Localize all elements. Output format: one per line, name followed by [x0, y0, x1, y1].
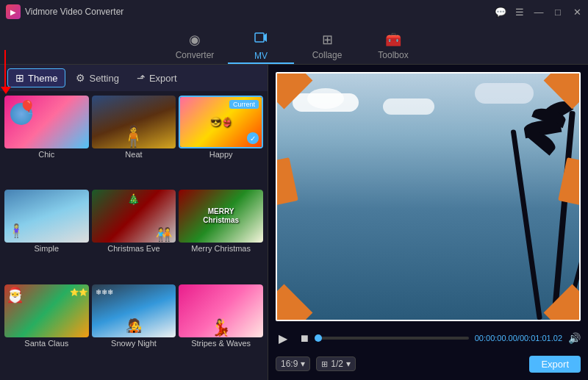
tab-collage[interactable]: ⊞ Collage: [294, 29, 360, 64]
theme-simple-label: Simple: [4, 243, 89, 254]
resolution-value: 1/2: [331, 359, 343, 369]
subtab-setting[interactable]: ⚙ Setting: [68, 69, 126, 87]
title-bar: ▶ Vidmore Video Converter 💬 ☰ — □ ✕: [0, 0, 588, 24]
volume-icon[interactable]: 🔊: [568, 332, 581, 344]
subtab-setting-label: Setting: [89, 73, 118, 84]
theme-chic[interactable]: 🎈 Chic: [4, 96, 89, 187]
maximize-button[interactable]: □: [553, 7, 563, 17]
playback-controls: ▶ ⏹ 00:00:00.00/00:01:01.02 🔊: [276, 327, 581, 349]
svg-rect-0: [255, 33, 264, 42]
resolution-select[interactable]: ⊞ 1/2 ▾: [316, 356, 356, 371]
theme-subtab-icon: ⊞: [15, 72, 24, 84]
mv-icon: [254, 30, 268, 49]
resolution-dropdown-icon: ▾: [346, 359, 351, 369]
tab-converter[interactable]: ◉ Converter: [162, 29, 228, 64]
time-display: 00:00:00.00/00:01:01.02: [475, 334, 562, 343]
tab-converter-label: Converter: [176, 50, 215, 60]
ratio-value: 16:9: [281, 359, 298, 369]
theme-snowy-night-label: Snowy Night: [92, 337, 176, 349]
tab-collage-label: Collage: [312, 50, 343, 60]
theme-grid: 🎈 Chic 🧍 Neat 😎👙: [0, 91, 268, 380]
ratio-select[interactable]: 16:9 ▾: [276, 356, 310, 371]
theme-stripes-waves-label: Stripes & Waves: [179, 337, 263, 349]
toolbox-icon: 🧰: [385, 32, 401, 48]
sub-tabs: ⊞ Theme ⚙ Setting ⬏ Export: [0, 65, 268, 91]
collage-icon: ⊞: [322, 32, 333, 48]
check-badge: ✓: [247, 132, 259, 144]
export-subtab-icon: ⬏: [137, 72, 146, 84]
tab-toolbox-label: Toolbox: [378, 50, 408, 60]
left-panel: ⊞ Theme ⚙ Setting ⬏ Export 🎈: [0, 65, 268, 380]
app-icon: ▶: [6, 4, 21, 19]
merry-text: MERRYChristmas: [203, 207, 239, 225]
subtab-export-label: Export: [149, 73, 177, 84]
stripes-person: 💃: [211, 318, 231, 337]
theme-christmas-eve[interactable]: 🎄 🧑‍🤝‍🧑 Christmas Eve: [92, 190, 176, 281]
export-button[interactable]: Export: [529, 356, 581, 373]
video-frame: [276, 72, 581, 321]
theme-neat-label: Neat: [92, 148, 176, 160]
title-bar-controls: 💬 ☰ — □ ✕: [495, 7, 582, 17]
tab-mv-label: MV: [254, 51, 268, 61]
menu-icon[interactable]: ☰: [514, 7, 525, 17]
theme-christmas-eve-label: Christmas Eve: [92, 243, 176, 254]
app-title: Vidmore Video Converter: [25, 7, 123, 17]
subtab-export[interactable]: ⬏ Export: [129, 69, 184, 87]
setting-subtab-icon: ⚙: [76, 72, 85, 84]
subtab-theme-label: Theme: [28, 73, 57, 84]
tab-bar: ◉ Converter MV ⊞ Collage 🧰 Toolbox: [0, 24, 588, 65]
video-preview: [276, 72, 581, 321]
play-button[interactable]: ▶: [276, 330, 290, 347]
resolution-icon: ⊞: [321, 359, 328, 369]
theme-santa-claus-label: Santa Claus: [4, 337, 89, 349]
stop-button[interactable]: ⏹: [296, 331, 312, 345]
title-bar-left: ▶ Vidmore Video Converter: [6, 4, 123, 19]
theme-chic-label: Chic: [4, 148, 89, 160]
converter-icon: ◉: [189, 32, 201, 48]
close-button[interactable]: ✕: [572, 7, 582, 17]
progress-dot: [315, 334, 322, 342]
theme-merry-christmas-label: Merry Christmas: [179, 243, 263, 254]
theme-neat[interactable]: 🧍 Neat: [92, 96, 176, 187]
theme-santa-claus[interactable]: 🎅 ⭐⭐ Santa Claus: [4, 284, 89, 376]
theme-snowy-night[interactable]: 🧑‍🎤 ❄❄❄ Snowy Night: [92, 284, 176, 376]
progress-bar[interactable]: [318, 337, 469, 340]
tab-mv[interactable]: MV: [228, 29, 294, 64]
main-content: ⊞ Theme ⚙ Setting ⬏ Export 🎈: [0, 65, 588, 380]
chat-icon[interactable]: 💬: [495, 7, 506, 17]
right-panel: ▶ ⏹ 00:00:00.00/00:01:01.02 🔊 16:9 ▾ ⊞ 1…: [268, 65, 588, 380]
theme-merry-christmas[interactable]: MERRYChristmas Merry Christmas: [179, 190, 263, 281]
current-badge: Current: [229, 100, 259, 109]
subtab-theme[interactable]: ⊞ Theme: [7, 68, 65, 87]
theme-simple[interactable]: 🧍‍♀️ Simple: [4, 190, 89, 281]
bottom-video-controls: 16:9 ▾ ⊞ 1/2 ▾ Export: [276, 355, 581, 373]
theme-happy-label: Happy: [179, 148, 263, 160]
tab-toolbox[interactable]: 🧰 Toolbox: [360, 29, 426, 64]
ratio-dropdown-icon: ▾: [301, 359, 305, 369]
theme-stripes-waves[interactable]: 💃 Stripes & Waves: [179, 284, 263, 376]
minimize-button[interactable]: —: [534, 7, 544, 17]
theme-happy[interactable]: 😎👙 Current ✓ Happy: [179, 96, 263, 187]
